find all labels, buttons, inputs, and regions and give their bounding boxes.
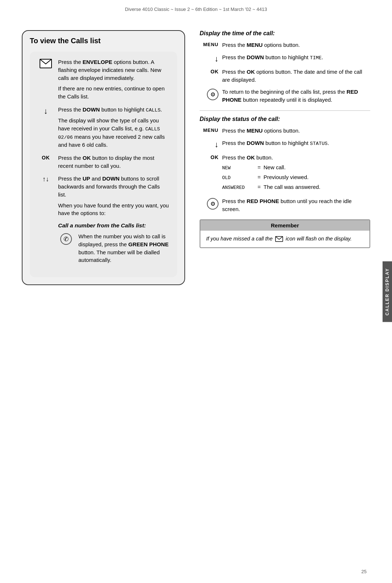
section-divider (200, 110, 370, 111)
envelope-row: Press the ENVELOPE options button. A fla… (38, 58, 169, 101)
menu-text-2: Press the MENU options button. (222, 127, 370, 135)
updown-text: Press the UP and DOWN buttons to scroll … (58, 175, 169, 217)
right-column: Display the time of the call: MENU Press… (200, 30, 370, 292)
down-row-right-1: ↓ Press the DOWN button to highlight TIM… (200, 53, 370, 64)
down-arrow-icon-1: ↓ (38, 106, 54, 116)
down-icon-right-2: ↓ (200, 139, 219, 149)
envelope-icon-cell (38, 58, 54, 68)
menu-text-1: Press the MENU options button. (222, 41, 370, 49)
ok-row-right-1: OK Press the OK options button. The date… (200, 68, 370, 84)
envelope-icon (40, 59, 52, 68)
display-status-heading: Display the status of the call: (200, 116, 370, 122)
red-phone-text-2: Press the RED PHONE button until you rea… (222, 197, 370, 213)
status-answered: ANSWERED = The call was answered. (222, 183, 370, 191)
left-column: To view the Calls list Press the ENVELOP… (22, 30, 185, 292)
ok-label-right-2: OK (200, 154, 219, 160)
down-row-right-2: ↓ Press the DOWN button to highlight STA… (200, 139, 370, 149)
section-box: To view the Calls list Press the ENVELOP… (22, 30, 185, 285)
menu-row-1: MENU Press the MENU options button. (200, 41, 370, 49)
ok-text-right-2: Press the OK button. NEW = New call. OLD… (222, 154, 370, 193)
down-icon-right-1: ↓ (200, 53, 219, 64)
ok-text-right-1: Press the OK options button. The date an… (222, 68, 370, 84)
remember-box: Remember If you have missed a call the i… (200, 219, 370, 248)
remember-header: Remember (200, 220, 369, 231)
display-time-heading: Display the time of the call: (200, 30, 370, 37)
green-phone-icon: ✆ (58, 232, 74, 245)
side-tab: CALLER DISPLAY (383, 261, 392, 322)
red-phone-row-1: ⊙ To return to the beginning of the call… (200, 88, 370, 104)
left-content: Press the ENVELOPE options button. A fla… (30, 52, 177, 277)
page-number: 25 (362, 569, 367, 574)
updown-icon: ↑↓ (38, 175, 54, 183)
ok-label-right-1: OK (200, 68, 219, 74)
down-arrow-text-1: Press the DOWN button to highlight CALLS… (58, 106, 169, 149)
menu-row-2: MENU Press the MENU options button. (200, 127, 370, 135)
status-old: OLD = Previously viewed. (222, 173, 370, 182)
remember-envelope-icon (275, 236, 283, 242)
call-number-section: Call a number from the Calls list: ✆ Whe… (58, 222, 169, 264)
red-phone-icon-1: ⊙ (200, 88, 219, 100)
status-table: NEW = New call. OLD = Previously viewed.… (222, 163, 370, 191)
updown-row: ↑↓ Press the UP and DOWN buttons to scro… (38, 175, 169, 217)
green-phone-text: When the number you wish to call is disp… (78, 232, 169, 264)
red-phone-row-2: ⊙ Press the RED PHONE button until you r… (200, 197, 370, 213)
menu-label-2: MENU (200, 127, 219, 133)
section-title: To view the Calls list (30, 37, 177, 45)
status-new: NEW = New call. (222, 163, 370, 172)
menu-label-1: MENU (200, 41, 219, 47)
envelope-text: Press the ENVELOPE options button. A fla… (58, 58, 169, 101)
page-header: Diverse 4010 Classic ~ Issue 2 ~ 6th Edi… (0, 0, 392, 16)
call-number-heading: Call a number from the Calls list: (58, 222, 169, 229)
remember-body: If you have missed a call the icon will … (200, 231, 369, 247)
display-status-section: Display the status of the call: MENU Pre… (200, 116, 370, 213)
display-time-section: Display the time of the call: MENU Press… (200, 30, 370, 104)
ok-row-right-2: OK Press the OK button. NEW = New call. … (200, 154, 370, 193)
ok-text-1: Press the OK button to display the most … (58, 154, 169, 170)
red-phone-icon-2: ⊙ (200, 197, 219, 210)
down-arrow-row-1: ↓ Press the DOWN button to highlight CAL… (38, 106, 169, 149)
down-text-right-2: Press the DOWN button to highlight STATU… (222, 139, 370, 147)
down-text-right-1: Press the DOWN button to highlight TIME. (222, 53, 370, 62)
remember-text: If you have missed a call the icon will … (206, 236, 352, 242)
red-phone-text-1: To return to the beginning of the calls … (222, 88, 370, 104)
green-phone-row: ✆ When the number you wish to call is di… (58, 232, 169, 264)
header-text: Diverse 4010 Classic ~ Issue 2 ~ 6th Edi… (125, 7, 267, 12)
ok-row-1: OK Press the OK button to display the mo… (38, 154, 169, 170)
ok-label-1: OK (38, 154, 54, 161)
